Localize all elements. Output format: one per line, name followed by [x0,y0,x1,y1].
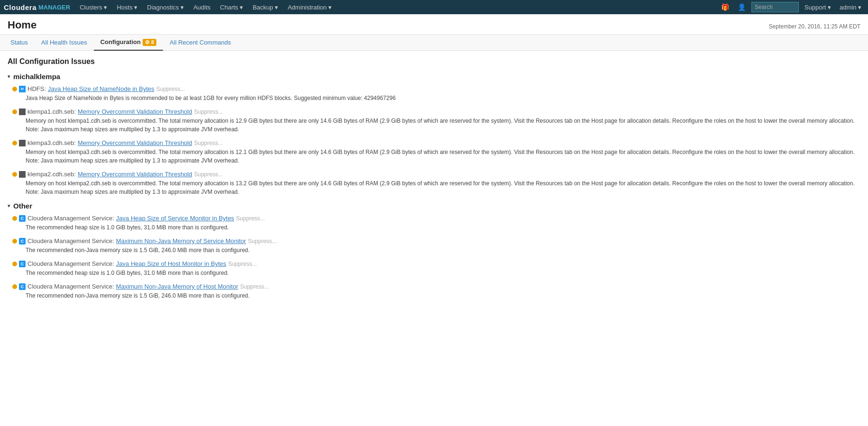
warning-dot [12,87,17,91]
service-icon-hdfs: H [19,86,26,92]
suppress-link[interactable]: Suppress... [156,86,185,92]
nav-item-audits[interactable]: Audits [189,0,215,14]
issue-service-label: klempa2.cdh.seb: [27,171,76,178]
navbar: Cloudera MANAGER Clusters ▾Hosts ▾Diagno… [0,0,868,14]
warning-dot [12,216,17,221]
issue-item: CCloudera Management Service:Java Heap S… [8,215,860,232]
group-other: ▾OtherCCloudera Management Service:Java … [8,202,860,300]
nav-item-administration[interactable]: Administration ▾ [283,0,336,14]
issue-config-link[interactable]: Memory Overcommit Validation Threshold [78,171,192,178]
issue-config-link[interactable]: Memory Overcommit Validation Threshold [78,139,192,146]
tab-all-health-issues[interactable]: All Health Issues [35,35,94,51]
issue-header: CCloudera Management Service:Maximum Non… [12,237,860,245]
issue-header: CCloudera Management Service:Java Heap S… [12,215,860,222]
issue-item: klempa3.cdh.seb:Memory Overcommit Valida… [8,139,860,165]
group-collapse-arrow[interactable]: ▾ [8,203,10,209]
issue-service-label: Cloudera Management Service: [27,237,114,245]
issue-description: The recommended heap size is 1.0 GiB byt… [26,269,860,277]
service-icon-c: C [19,238,26,245]
warning-dot [12,141,17,145]
issue-service-label: Cloudera Management Service: [27,283,114,290]
issue-description: Java Heap Size of NameNode in Bytes is r… [26,94,860,102]
issue-header: HHDFS:Java Heap Size of NameNode in Byte… [12,85,860,92]
service-icon-grid [19,109,26,115]
brand-cloudera: Cloudera [4,3,36,11]
suppress-link[interactable]: Suppress... [248,238,277,245]
admin-menu[interactable]: admin ▾ [837,4,864,11]
suppress-link[interactable]: Suppress... [194,109,223,115]
issue-service-label: HDFS: [27,85,46,92]
issue-item: CCloudera Management Service:Maximum Non… [8,237,860,254]
issue-description: Memory on host klempa3.cdh.seb is overco… [26,148,860,165]
tabs-bar: StatusAll Health IssuesConfiguration⚙ 8A… [0,35,868,51]
group-name: michalklempa [13,73,60,81]
page-title: Home [8,19,36,31]
warning-dot [12,262,17,266]
issue-service-label: Cloudera Management Service: [27,215,114,222]
suppress-link[interactable]: Suppress... [236,215,265,222]
issue-config-link[interactable]: Maximum Non-Java Memory of Service Monit… [116,237,246,245]
issue-header: klempa1.cdh.seb:Memory Overcommit Valida… [12,108,860,115]
issue-service-label: klempa3.cdh.seb: [27,139,76,146]
warning-dot [12,284,17,289]
issue-item: HHDFS:Java Heap Size of NameNode in Byte… [8,85,860,102]
service-icon-c: C [19,261,26,267]
nav-item-hosts[interactable]: Hosts ▾ [112,0,142,14]
support-menu[interactable]: Support ▾ [802,4,834,11]
nav-item-diagnostics[interactable]: Diagnostics ▾ [142,0,189,14]
nav-item-backup[interactable]: Backup ▾ [248,0,283,14]
nav-item-charts[interactable]: Charts ▾ [215,0,248,14]
suppress-link[interactable]: Suppress... [228,261,257,267]
warning-dot [12,172,17,177]
group-header: ▾Other [8,202,860,210]
issue-config-link[interactable]: Java Heap Size of NameNode in Bytes [48,85,154,92]
issue-header: CCloudera Management Service:Java Heap S… [12,260,860,267]
main-content: All Configuration Issues ▾michalklempaHH… [0,51,868,312]
issue-item: CCloudera Management Service:Java Heap S… [8,260,860,277]
issue-header: CCloudera Management Service:Maximum Non… [12,283,860,290]
group-michalklempa: ▾michalklempaHHDFS:Java Heap Size of Nam… [8,73,860,196]
page-header: Home September 20, 2016, 11:25 AM EDT [0,14,868,35]
issue-description: The recommended non-Java memory size is … [26,246,860,254]
group-name: Other [13,202,32,210]
service-icon-c: C [19,215,26,222]
issue-config-link[interactable]: Memory Overcommit Validation Threshold [78,108,192,115]
group-collapse-arrow[interactable]: ▾ [8,73,10,80]
gift-icon[interactable]: 🎁 [718,3,732,11]
warning-dot [12,239,17,244]
search-input[interactable] [751,2,799,12]
issue-config-link[interactable]: Java Heap Size of Host Monitor in Bytes [116,260,226,267]
issue-header: klempa2.cdh.seb:Memory Overcommit Valida… [12,171,860,178]
warning-dot [12,109,17,114]
tab-badge: ⚙ 8 [143,39,156,46]
section-title: All Configuration Issues [8,57,860,66]
issue-description: The recommended non-Java memory size is … [26,291,860,300]
issue-item: CCloudera Management Service:Maximum Non… [8,283,860,300]
groups-container: ▾michalklempaHHDFS:Java Heap Size of Nam… [8,73,860,300]
suppress-link[interactable]: Suppress... [194,171,223,178]
nav-items: Clusters ▾Hosts ▾Diagnostics ▾AuditsChar… [75,0,718,14]
group-header: ▾michalklempa [8,73,860,81]
nav-item-clusters[interactable]: Clusters ▾ [75,0,112,14]
issue-description: Memory on host klempa2.cdh.seb is overco… [26,179,860,196]
brand-logo[interactable]: Cloudera MANAGER [4,3,70,11]
issue-item: klempa1.cdh.seb:Memory Overcommit Valida… [8,108,860,134]
user-icon[interactable]: 👤 [735,3,749,11]
page-timestamp: September 20, 2016, 11:25 AM EDT [769,23,860,30]
service-icon-grid [19,140,26,146]
issue-config-link[interactable]: Java Heap Size of Service Monitor in Byt… [116,215,234,222]
brand-manager: MANAGER [38,4,70,11]
issue-header: klempa3.cdh.seb:Memory Overcommit Valida… [12,139,860,146]
service-icon-c: C [19,283,26,290]
issue-description: Memory on host klempa1.cdh.seb is overco… [26,117,860,134]
suppress-link[interactable]: Suppress... [240,283,269,290]
tab-all-recent-commands[interactable]: All Recent Commands [163,35,237,51]
issue-config-link[interactable]: Maximum Non-Java Memory of Host Monitor [116,283,238,290]
issue-service-label: Cloudera Management Service: [27,260,114,267]
tab-configuration[interactable]: Configuration⚙ 8 [94,35,163,51]
issue-description: The recommended heap size is 1.0 GiB byt… [26,223,860,232]
suppress-link[interactable]: Suppress... [194,140,223,146]
issue-item: klempa2.cdh.seb:Memory Overcommit Valida… [8,171,860,196]
tab-status[interactable]: Status [4,35,35,51]
issue-service-label: klempa1.cdh.seb: [27,108,76,115]
